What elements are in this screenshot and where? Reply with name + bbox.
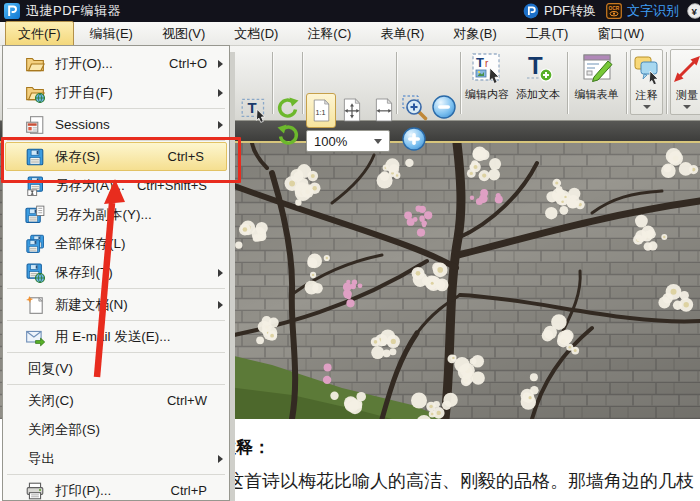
toolbar-button-label: 添加文本 bbox=[516, 87, 560, 102]
fit-page-button[interactable] bbox=[338, 93, 366, 126]
rotate-cw-icon[interactable] bbox=[276, 96, 300, 120]
zoom-in-button[interactable] bbox=[401, 126, 427, 152]
file-menu-item[interactable]: 新建文档(N) bbox=[3, 290, 229, 319]
submenu-arrow-icon bbox=[213, 455, 223, 463]
menubar-item-6[interactable]: 对象(B) bbox=[440, 21, 509, 47]
pdf-convert-icon[interactable] bbox=[523, 3, 539, 19]
file-menu-item[interactable]: 全部保存(L) bbox=[3, 229, 229, 258]
toolbar-button-edit-form[interactable]: 编辑表单 bbox=[570, 49, 623, 115]
file-menu: 打开(O)...Ctrl+O打开自(F)Sessions保存(S)Ctrl+S另… bbox=[2, 45, 230, 501]
fit-width-button[interactable] bbox=[370, 93, 398, 126]
pdf-convert-button[interactable]: PDF转换 bbox=[544, 2, 596, 20]
toolbar-button-label: 编辑表单 bbox=[575, 87, 619, 102]
menu-separator bbox=[7, 288, 225, 289]
menu-item-label: 打印(P)... bbox=[55, 482, 111, 500]
yen-glyph: ¥ bbox=[692, 6, 698, 17]
actual-size-button[interactable]: 1:1 bbox=[306, 93, 336, 128]
save-all-icon bbox=[25, 234, 45, 254]
chevron-down-icon bbox=[643, 105, 651, 109]
menubar-item-1[interactable]: 编辑(E) bbox=[77, 21, 146, 47]
menu-bar: 文件(F)编辑(E)视图(V)文档(D)注释(C)表单(R)对象(B)工具(T)… bbox=[0, 22, 700, 46]
sessions-icon bbox=[25, 115, 45, 135]
highlight-rectangle bbox=[1, 137, 241, 183]
text-recognition-button[interactable]: 文字识别 bbox=[627, 2, 679, 20]
menubar-item-7[interactable]: 工具(T) bbox=[513, 21, 582, 47]
measure-icon bbox=[670, 52, 700, 86]
toolbar-button-edit-content[interactable]: Tr编辑内容 bbox=[462, 49, 512, 115]
zoom-level-select[interactable]: 100% bbox=[306, 130, 390, 152]
menu-separator bbox=[7, 320, 225, 321]
svg-text:T: T bbox=[476, 55, 484, 70]
toolbar-button-label: 注释 bbox=[636, 88, 658, 103]
app-logo-icon bbox=[4, 3, 20, 19]
menu-item-label: 打开(O)... bbox=[55, 55, 113, 73]
toolbar-button-label: 编辑内容 bbox=[465, 87, 509, 102]
annotation-body-text: 这首诗以梅花比喻人的高洁、刚毅的品格。那墙角边的几枝 bbox=[226, 469, 694, 493]
file-menu-item[interactable]: 保存到(T) bbox=[3, 258, 229, 287]
menu-item-label: 保存到(T) bbox=[55, 264, 113, 282]
menubar-item-3[interactable]: 文档(D) bbox=[221, 21, 291, 47]
menu-item-label: 新建文档(N) bbox=[55, 296, 128, 314]
menu-item-label: 回复(V) bbox=[28, 360, 73, 378]
zoom-out-button[interactable] bbox=[431, 94, 457, 120]
edit-content-icon: Tr bbox=[470, 51, 504, 85]
printer-icon bbox=[25, 481, 45, 501]
ocr-icon[interactable]: OCR bbox=[606, 3, 622, 19]
file-menu-item[interactable]: 关闭(C)Ctrl+W bbox=[3, 386, 229, 415]
text-select-tool-icon[interactable]: T bbox=[239, 95, 271, 127]
menu-item-label: 打开自(F) bbox=[55, 84, 113, 102]
menubar-item-5[interactable]: 表单(R) bbox=[367, 21, 437, 47]
open-folder-icon bbox=[25, 54, 45, 74]
file-menu-item[interactable]: 关闭全部(S) bbox=[3, 415, 229, 444]
menu-separator bbox=[7, 352, 225, 353]
menu-item-label: 导出 bbox=[28, 450, 55, 468]
new-doc-icon bbox=[25, 295, 45, 315]
menu-item-label: 关闭全部(S) bbox=[28, 421, 100, 439]
save-copy-icon bbox=[25, 205, 45, 225]
submenu-arrow-icon bbox=[213, 60, 223, 68]
zoom-level-value: 100% bbox=[314, 134, 347, 149]
submenu-arrow-icon bbox=[213, 121, 223, 129]
zoom-marquee-icon[interactable] bbox=[401, 94, 429, 122]
file-menu-item[interactable]: 回复(V) bbox=[3, 354, 229, 383]
menu-item-label: 关闭(C) bbox=[28, 392, 74, 410]
menu-item-label: 全部保存(L) bbox=[55, 235, 126, 253]
save-to-icon bbox=[25, 263, 45, 283]
ocr-badge-text: OCR bbox=[608, 6, 619, 11]
toolbar-button-comment[interactable]: 注释 bbox=[630, 49, 663, 115]
svg-text:T: T bbox=[248, 99, 257, 116]
menubar-item-2[interactable]: 视图(V) bbox=[149, 21, 218, 47]
comment-icon bbox=[630, 52, 664, 86]
toolbar-button-label: 测量 bbox=[676, 88, 698, 103]
window-title: 迅捷PDF编辑器 bbox=[26, 2, 121, 20]
file-menu-item[interactable]: 另存为副本(Y)... bbox=[3, 200, 229, 229]
menubar-item-4[interactable]: 注释(C) bbox=[294, 21, 364, 47]
menubar-item-0[interactable]: 文件(F) bbox=[5, 21, 74, 47]
menu-item-shortcut: Ctrl+O bbox=[169, 56, 213, 71]
menu-separator bbox=[7, 108, 225, 109]
file-menu-item[interactable]: Sessions bbox=[3, 110, 229, 139]
file-menu-item[interactable]: 打印(P)...Ctrl+P bbox=[3, 476, 229, 501]
submenu-arrow-icon bbox=[213, 89, 223, 97]
edit-form-icon bbox=[580, 51, 614, 85]
menu-item-shortcut: Ctrl+P bbox=[171, 483, 213, 498]
open-folder-globe-icon bbox=[25, 83, 45, 103]
add-text-icon: T bbox=[521, 51, 555, 85]
file-menu-item[interactable]: 用 E-mail 发送(E)... bbox=[3, 322, 229, 351]
menu-separator bbox=[7, 474, 225, 475]
menu-item-shortcut: Ctrl+W bbox=[167, 393, 213, 408]
menu-item-label: 用 E-mail 发送(E)... bbox=[55, 328, 171, 346]
menu-item-label: 另存为副本(Y)... bbox=[55, 206, 152, 224]
toolbar-button-measure[interactable]: 测量 bbox=[670, 49, 700, 115]
file-menu-item[interactable]: 导出 bbox=[3, 444, 229, 473]
toolbar-button-add-text[interactable]: T添加文本 bbox=[513, 49, 563, 115]
submenu-arrow-icon bbox=[213, 301, 223, 309]
yen-icon[interactable]: ¥ bbox=[687, 3, 700, 19]
menubar-item-8[interactable]: 窗口(W) bbox=[584, 21, 657, 47]
file-menu-item[interactable]: 打开自(F) bbox=[3, 78, 229, 107]
file-menu-item[interactable]: 打开(O)...Ctrl+O bbox=[3, 49, 229, 78]
rotate-ccw-icon[interactable] bbox=[276, 123, 300, 147]
email-icon bbox=[25, 327, 45, 347]
actual-size-label: 1:1 bbox=[315, 108, 325, 117]
submenu-arrow-icon bbox=[213, 269, 223, 277]
